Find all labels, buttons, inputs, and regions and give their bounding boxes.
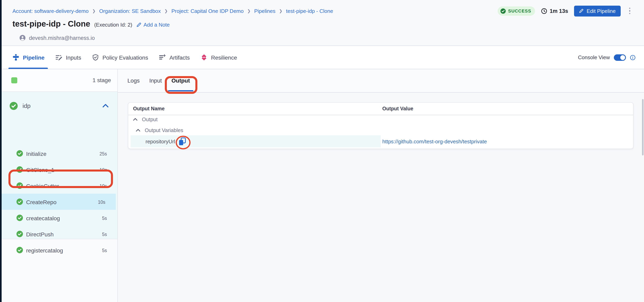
step-row-initialize[interactable]: Initialize 25s: [2, 145, 118, 162]
chevron-right-icon: ❯: [247, 9, 251, 13]
inputs-icon: [55, 54, 62, 61]
chevron-right-icon: ❯: [279, 9, 282, 13]
tab-artifacts[interactable]: Artifacts: [159, 46, 190, 69]
triggered-by-user: devesh.mishra@harness.io: [19, 35, 95, 41]
console-view-label: Console View: [578, 54, 610, 60]
stage-group-name: idp: [22, 102, 30, 109]
step-row-gitclone-1[interactable]: GitClone_1 10s: [2, 162, 118, 178]
pipeline-icon: [12, 54, 19, 61]
stage-thumbnail[interactable]: [11, 77, 17, 83]
table-group-output[interactable]: Output: [142, 116, 158, 122]
table-group-output-variables[interactable]: Output Variables: [145, 127, 183, 133]
tab-output[interactable]: Output: [172, 69, 190, 92]
step-name: DirectPush: [26, 231, 54, 238]
step-duration: 10s: [100, 168, 107, 172]
tab-input[interactable]: Input: [149, 69, 162, 92]
left-nav-rail: [0, 0, 2, 302]
info-icon[interactable]: [630, 55, 636, 60]
tab-pipeline[interactable]: Pipeline: [12, 46, 44, 69]
console-view-control: Console View: [578, 46, 636, 69]
column-header-output-name: Output Name: [133, 106, 164, 111]
tab-label: Inputs: [66, 54, 81, 61]
output-variable-name: repositoryUrl: [146, 138, 175, 144]
breadcrumb-project-link[interactable]: Project: Capital One IDP Demo: [172, 8, 244, 14]
step-name: createcatalog: [26, 215, 60, 221]
step-duration: 25s: [100, 152, 107, 156]
breadcrumb-pipelines-link[interactable]: Pipelines: [254, 8, 276, 14]
title-row: test-pipe-idp - Clone (Execution Id: 2) …: [12, 19, 170, 29]
stage-summary-row: 1 stage: [2, 69, 118, 92]
clock-icon: [541, 8, 547, 14]
success-check-icon: [16, 182, 23, 189]
success-check-icon: [10, 102, 18, 110]
breadcrumb-account-link[interactable]: Account: software-delivery-demo: [12, 8, 89, 14]
status-badge-label: SUCCESS: [508, 9, 531, 13]
pencil-icon: [579, 9, 584, 13]
edit-pipeline-button[interactable]: Edit Pipeline: [574, 6, 620, 16]
success-check-icon: [16, 247, 23, 253]
page-title: test-pipe-idp - Clone: [12, 19, 90, 29]
tab-label: Resilience: [211, 54, 237, 61]
toggle-knob: [620, 55, 625, 60]
step-list: Initialize 25s GitClone_1 10s CookieCutt…: [2, 145, 118, 258]
chevron-up-icon[interactable]: [136, 129, 140, 132]
step-detail-tabs: Logs Input Output: [118, 69, 644, 93]
step-duration: 5s: [102, 248, 107, 253]
chevron-right-icon: ❯: [164, 9, 168, 13]
tab-logs[interactable]: Logs: [128, 69, 140, 92]
step-name: GitClone_1: [26, 167, 54, 173]
edit-pipeline-label: Edit Pipeline: [586, 8, 616, 14]
success-check-icon: [16, 231, 23, 237]
execution-duration: 1m 13s: [541, 8, 568, 14]
tab-output-label: Output: [172, 77, 190, 84]
stage-count-label: 1 stage: [92, 77, 111, 83]
resilience-chaos-icon: [200, 54, 208, 61]
artifacts-list-icon: [159, 54, 166, 61]
step-detail-panel: Logs Input Output Output Name Output Val…: [118, 69, 644, 302]
vertical-scrollbar: [642, 70, 644, 302]
step-row-createcatalog[interactable]: createcatalog 5s: [2, 210, 118, 226]
more-options-menu[interactable]: [626, 6, 633, 16]
chevron-up-icon[interactable]: [102, 104, 108, 107]
console-view-toggle[interactable]: [614, 54, 626, 61]
step-row-registercatalog[interactable]: registercatalog 5s: [2, 242, 118, 258]
success-check-icon: [16, 150, 23, 157]
chevron-up-icon[interactable]: [133, 118, 138, 121]
execution-header: Account: software-delivery-demo ❯ Organi…: [2, 0, 644, 46]
chevron-right-icon: ❯: [92, 9, 96, 13]
step-row-createrepo[interactable]: CreateRepo 10s: [2, 194, 116, 210]
step-duration: 5s: [102, 216, 107, 221]
step-row-directpush[interactable]: DirectPush 5s: [2, 226, 118, 242]
output-variable-value: https://github.com/test-org-devesh/testp…: [382, 138, 487, 144]
tab-inputs[interactable]: Inputs: [55, 46, 81, 69]
active-tab-indicator: [168, 90, 194, 91]
pencil-icon: [136, 22, 142, 27]
step-row-cookiecutter[interactable]: CookieCutter 10s: [2, 178, 118, 194]
execution-id: (Execution Id: 2): [94, 20, 132, 28]
header-actions: SUCCESS 1m 13s Edit Pipeline: [498, 5, 633, 17]
shield-check-icon: [92, 54, 99, 61]
success-check-icon: [16, 166, 23, 173]
breadcrumb-org-link[interactable]: Organization: SE Sandbox: [99, 8, 160, 14]
scrollbar-thumb[interactable]: [642, 99, 644, 156]
table-header-divider: [128, 115, 633, 115]
stage-group-idp[interactable]: idp: [2, 98, 118, 114]
user-email: devesh.mishra@harness.io: [29, 35, 95, 41]
step-name: CookieCutter: [26, 183, 59, 189]
execution-tabbar: Pipeline Inputs Policy Evaluations Art: [2, 46, 644, 69]
column-header-output-value: Output Value: [382, 106, 413, 111]
step-duration: 10s: [98, 200, 105, 205]
tab-label: Pipeline: [23, 54, 44, 61]
breadcrumb-pipeline-link[interactable]: test-pipe-idp - Clone: [286, 8, 333, 14]
breadcrumb: Account: software-delivery-demo ❯ Organi…: [12, 8, 333, 14]
add-note-link[interactable]: Add a Note: [136, 20, 170, 28]
duration-label: 1m 13s: [550, 8, 568, 14]
success-check-icon: [16, 215, 23, 221]
output-table-card: Output Name Output Value Output Output V…: [128, 102, 634, 149]
tab-policy-evaluations[interactable]: Policy Evaluations: [92, 46, 148, 69]
success-check-icon: [16, 199, 23, 205]
copy-icon[interactable]: [178, 137, 186, 146]
tab-resilience[interactable]: Resilience: [200, 46, 237, 69]
step-duration: 5s: [102, 232, 107, 237]
add-note-label: Add a Note: [144, 22, 170, 28]
